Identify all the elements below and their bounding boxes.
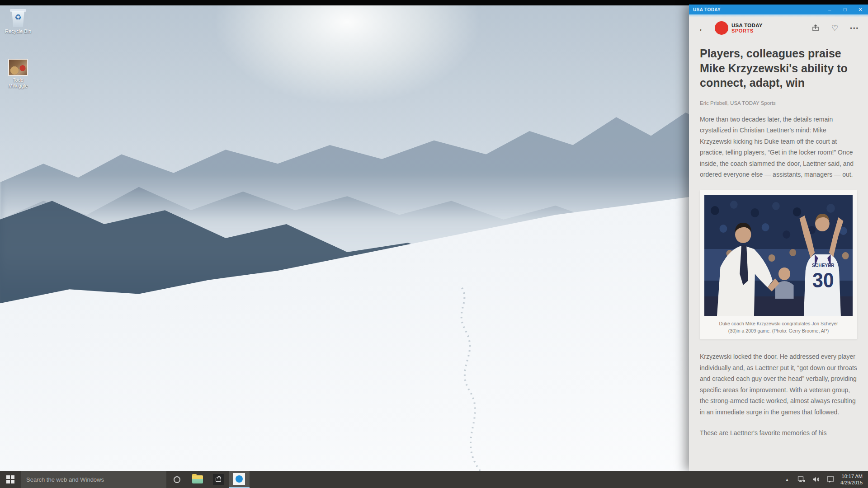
network-icon <box>797 476 806 483</box>
usa-today-sports-logo[interactable]: USA TODAY SPORTS <box>715 21 763 35</box>
brand-circle-icon <box>715 21 728 35</box>
article-photo-card: SCHEYER 30 Duke coach Mike Krzyzewski co… <box>700 190 857 340</box>
desktop-icon-recycle-bin[interactable]: ♻ Recycle Bin <box>1 8 35 34</box>
app-header: ← USA TODAY SPORTS ♡ ••• <box>689 17 868 39</box>
desktop-icon-label: Recycle Bin <box>1 28 35 34</box>
clock-date: 4/29/2015 <box>840 479 863 486</box>
task-view-button[interactable] <box>166 471 187 488</box>
article-title: Players, colleagues praise Mike Krzyzews… <box>700 46 857 90</box>
article-paragraph-3: These are Laettner's favorite memories o… <box>700 427 857 439</box>
brand-section: SPORTS <box>731 28 763 33</box>
jersey-number: 30 <box>812 268 834 291</box>
minimize-button[interactable]: – <box>822 5 837 14</box>
taskbar-search-input[interactable] <box>21 471 166 488</box>
window-title: USA TODAY <box>689 7 721 12</box>
article-content[interactable]: Players, colleagues praise Mike Krzyzews… <box>689 46 868 439</box>
file-explorer-button[interactable] <box>187 471 208 488</box>
close-button[interactable]: ✕ <box>853 5 868 14</box>
action-center-button[interactable] <box>823 471 838 488</box>
tray-expand-button[interactable]: ▲ <box>780 471 794 488</box>
windows-store-button[interactable] <box>208 471 229 488</box>
start-button[interactable] <box>0 471 21 488</box>
store-bag-icon <box>213 474 224 485</box>
clock-time: 10:17 AM <box>840 473 863 479</box>
window-titlebar[interactable]: USA TODAY – □ ✕ <box>689 5 868 14</box>
article-photo: SCHEYER 30 <box>704 195 853 316</box>
windows-logo-icon <box>6 475 14 483</box>
desktop-icon-label-line1: Todd <box>1 77 35 83</box>
article-paragraph-1: More than two decades later, the details… <box>700 114 857 180</box>
share-icon <box>811 24 820 32</box>
window-controls: – □ ✕ <box>822 5 868 14</box>
recycle-glyph: ♻ <box>10 13 26 22</box>
network-button[interactable] <box>794 471 809 488</box>
photo-file-thumbnail-icon <box>8 59 28 76</box>
desktop-icon-photo-file[interactable]: Todd MWiggle <box>1 59 35 89</box>
action-center-icon <box>826 476 835 483</box>
taskbar: ▲ 10: <box>0 471 868 488</box>
ellipsis-icon: ••• <box>850 25 859 32</box>
volume-button[interactable] <box>809 471 823 488</box>
photo-caption: Duke coach Mike Krzyzewski congratulates… <box>704 316 853 337</box>
maximize-button[interactable]: □ <box>837 5 853 14</box>
back-button[interactable]: ← <box>698 23 708 33</box>
jersey-name: SCHEYER <box>812 262 835 267</box>
usa-today-window: USA TODAY – □ ✕ ← USA TODAY SPORTS <box>689 5 868 471</box>
share-button[interactable] <box>811 24 820 32</box>
desktop-icon-label-line2: MWiggle <box>1 83 35 89</box>
favorite-button[interactable]: ♡ <box>831 23 838 33</box>
screen: ♻ Recycle Bin Todd MWiggle USA TODAY – □… <box>0 0 868 488</box>
task-view-icon <box>174 476 180 483</box>
heart-icon: ♡ <box>831 23 838 33</box>
more-options-button[interactable]: ••• <box>850 25 859 32</box>
article-paragraph-2: Krzyzewski locked the door. He addressed… <box>700 351 857 418</box>
recycle-bin-icon: ♻ <box>10 8 26 27</box>
article-byline: Eric Prisbell, USA TODAY Sports <box>700 100 857 106</box>
folder-icon <box>192 475 203 483</box>
taskbar-clock[interactable]: 10:17 AM 4/29/2015 <box>838 473 868 486</box>
brand-name: USA TODAY <box>731 23 763 28</box>
usa-today-taskbar-button[interactable] <box>229 471 250 488</box>
chevron-up-icon: ▲ <box>785 478 789 482</box>
system-tray: ▲ 10: <box>780 471 868 488</box>
usa-today-app-icon <box>233 473 245 485</box>
volume-icon <box>812 476 820 483</box>
